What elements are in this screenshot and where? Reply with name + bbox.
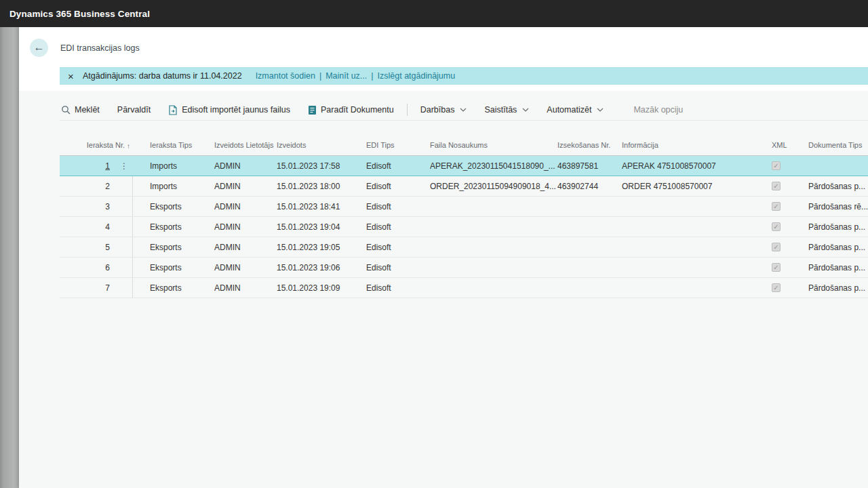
cell-tracking-number <box>557 217 622 237</box>
record-number-link[interactable]: 5 <box>105 243 110 252</box>
row-menu-icon <box>115 176 133 196</box>
notification-links: Izmantot šodien | Mainīt uz... | Izslēgt… <box>256 71 456 81</box>
cell-record-number[interactable]: 4 <box>60 217 115 237</box>
actions-label: Darbības <box>420 105 455 115</box>
actions-menu-button[interactable]: Darbības <box>412 105 476 115</box>
manage-label: Pārvaldīt <box>117 105 151 115</box>
column-header-created-user[interactable]: Izveidots Lietotājs <box>214 126 277 155</box>
cell-tracking-number <box>557 278 622 298</box>
row-menu-icon <box>115 217 133 237</box>
app-top-bar: Dynamics 365 Business Central <box>0 0 868 27</box>
table-row[interactable]: 1⋮ImportsADMIN15.01.2023 17:58EdisoftAPE… <box>60 156 868 176</box>
cell-record-number[interactable]: 3 <box>60 197 115 216</box>
cell-created-user: ADMIN <box>214 156 277 176</box>
xml-checkbox: ✓ <box>772 161 781 170</box>
notification-message: Atgādinājums: darba datums ir 11.04.2022 <box>83 71 242 81</box>
table-row[interactable]: 5EksportsADMIN15.01.2023 19:05Edisoft✓Pā… <box>60 237 868 258</box>
cell-file-name: APERAK_20230115041518090_... <box>430 156 557 176</box>
chevron-down-icon <box>522 108 529 112</box>
cell-document-type: Pārdošanas rē... <box>804 197 868 216</box>
toolbar-divider <box>407 104 408 116</box>
cell-record-type: Eksports <box>133 237 214 257</box>
column-header-tracking-number[interactable]: Izsekošanas Nr. <box>557 126 622 155</box>
cell-document-type: Pārdošanas p... <box>804 258 868 277</box>
automate-menu-button[interactable]: Automatizēt <box>538 105 612 115</box>
record-number-link[interactable]: 4 <box>105 222 110 232</box>
table-row[interactable]: 7EksportsADMIN15.01.2023 19:09Edisoft✓Pā… <box>60 278 868 298</box>
cell-record-type: Imports <box>133 176 214 196</box>
back-button[interactable]: ← <box>30 39 48 57</box>
cell-record-number[interactable]: 1 <box>60 156 115 176</box>
row-menu-icon <box>115 278 133 298</box>
table-row[interactable]: 6EksportsADMIN15.01.2023 19:06Edisoft✓Pā… <box>60 258 868 278</box>
row-menu-icon <box>115 197 133 216</box>
sort-ascending-icon: ↑ <box>127 142 130 151</box>
column-header-information[interactable]: Informācija <box>622 126 770 155</box>
cell-record-number[interactable]: 7 <box>60 278 115 298</box>
cell-information <box>622 217 770 237</box>
cell-information: APERAK 4751008570007 <box>622 156 770 176</box>
row-menu-icon[interactable]: ⋮ <box>115 156 133 176</box>
column-header-xml[interactable]: XML <box>770 126 804 155</box>
cell-created-datetime: 15.01.2023 19:05 <box>277 237 366 257</box>
cell-created-datetime: 15.01.2023 18:00 <box>277 176 366 196</box>
search-button[interactable]: Meklēt <box>60 105 108 115</box>
cell-tracking-number <box>557 237 622 257</box>
record-number-link[interactable]: 7 <box>105 283 110 293</box>
record-number-link[interactable]: 1 <box>105 161 110 171</box>
row-menu-icon <box>115 237 133 257</box>
xml-checkbox: ✓ <box>772 263 781 272</box>
fewer-options-label: Mazāk opciju <box>633 105 683 115</box>
cell-record-number[interactable]: 5 <box>60 237 115 257</box>
cell-information <box>622 278 770 298</box>
manage-button[interactable]: Pārvaldīt <box>108 105 159 115</box>
record-number-link[interactable]: 2 <box>105 182 110 191</box>
cell-edi-type: Edisoft <box>366 278 430 298</box>
cell-record-type: Imports <box>133 156 214 176</box>
cell-file-name <box>430 217 557 237</box>
cell-edi-type: Edisoft <box>366 217 430 237</box>
cell-tracking-number: 463902744 <box>557 176 622 196</box>
related-menu-button[interactable]: Saistītās <box>475 105 538 115</box>
chevron-down-icon <box>597 108 604 112</box>
column-header-file-name[interactable]: Faila Nosaukums <box>430 126 557 155</box>
table-row[interactable]: 4EksportsADMIN15.01.2023 19:04Edisoft✓Pā… <box>60 217 868 237</box>
cell-document-type: Pārdošanas p... <box>804 217 868 237</box>
cell-created-user: ADMIN <box>214 176 277 196</box>
record-number-link[interactable]: 3 <box>105 202 110 211</box>
cell-record-number[interactable]: 6 <box>60 258 115 277</box>
cell-document-type <box>804 156 868 176</box>
cell-document-type: Pārdošanas p... <box>804 176 868 196</box>
cell-information <box>622 197 770 216</box>
notification-link-use-today[interactable]: Izmantot šodien <box>256 71 315 81</box>
cell-file-name <box>430 237 557 257</box>
cell-edi-type: Edisoft <box>366 156 430 176</box>
cell-record-type: Eksports <box>133 217 214 237</box>
cell-tracking-number <box>557 197 622 216</box>
cell-created-datetime: 15.01.2023 17:58 <box>277 156 366 176</box>
notification-link-disable-reminder[interactable]: Izslēgt atgādinājumu <box>378 71 456 81</box>
show-document-button[interactable]: Paradīt Dokumentu <box>299 105 403 115</box>
fewer-options-button[interactable]: Mazāk opciju <box>625 105 692 115</box>
column-header-created[interactable]: Izveidots <box>277 126 366 155</box>
record-number-link[interactable]: 6 <box>105 263 110 272</box>
column-header-edi-type[interactable]: EDI Tips <box>366 126 430 155</box>
page-panel: ← EDI transakcijas logs × Atgādinājums: … <box>19 27 868 488</box>
search-label: Meklēt <box>75 105 100 115</box>
cell-information <box>622 237 770 257</box>
column-header-record-type[interactable]: Ieraksta Tips <box>133 126 214 155</box>
app-title: Dynamics 365 Business Central <box>9 9 150 19</box>
related-label: Saistītās <box>484 105 517 115</box>
column-header-document-type[interactable]: Dokumenta Tips <box>804 126 868 155</box>
notification-link-change-to[interactable]: Mainīt uz... <box>326 71 367 81</box>
column-header-record-number[interactable]: Ieraksta Nr. ↑ <box>60 126 133 155</box>
cell-created-user: ADMIN <box>214 237 277 257</box>
notification-close-icon[interactable]: × <box>68 71 80 81</box>
table-row[interactable]: 3EksportsADMIN15.01.2023 18:41Edisoft✓Pā… <box>60 197 868 217</box>
table-row[interactable]: 2ImportsADMIN15.01.2023 18:00EdisoftORDE… <box>60 176 868 197</box>
import-new-files-button[interactable]: Edisoft importēt jaunus failus <box>159 105 299 115</box>
cell-information <box>622 258 770 277</box>
cell-record-number[interactable]: 2 <box>60 176 115 196</box>
cell-file-name <box>430 278 557 298</box>
cell-xml: ✓ <box>770 278 804 298</box>
